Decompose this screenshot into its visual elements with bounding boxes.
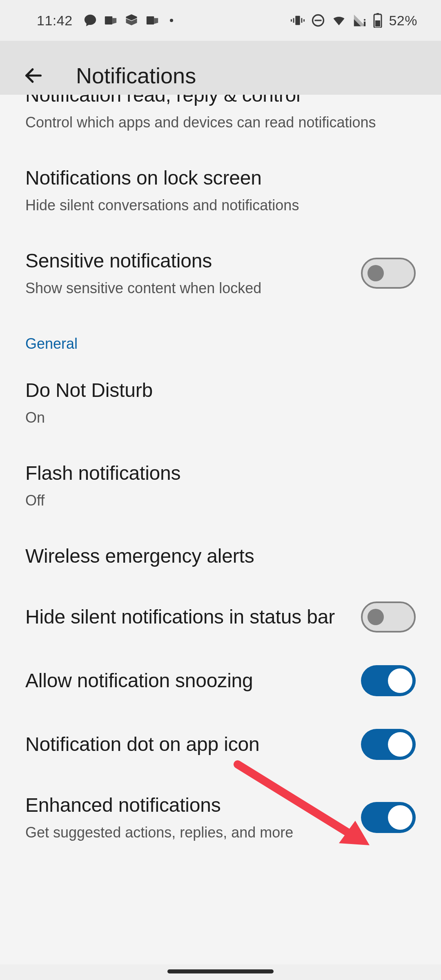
- outlook-icon: [104, 13, 118, 27]
- setting-subtitle: Get suggested actions, replies, and more: [25, 823, 349, 843]
- status-left: 11:42: [37, 13, 173, 29]
- back-button[interactable]: [16, 58, 51, 94]
- setting-do-not-disturb[interactable]: Do Not Disturb On: [0, 361, 441, 444]
- setting-notification-read-reply[interactable]: Notification read, reply & control Contr…: [0, 95, 441, 149]
- setting-title: Allow notification snoozing: [25, 668, 349, 693]
- status-bar: 11:42 52%: [0, 0, 441, 41]
- setting-title: Do Not Disturb: [25, 378, 416, 403]
- svg-rect-1: [146, 16, 154, 24]
- wifi-icon: [332, 13, 346, 28]
- setting-subtitle: Show sensitive content when locked: [25, 278, 349, 298]
- signal-icon: [353, 13, 367, 27]
- box-icon: [124, 13, 139, 28]
- svg-rect-13: [375, 20, 380, 27]
- enhanced-notifications-toggle[interactable]: [361, 802, 416, 833]
- section-header-general: General: [0, 315, 441, 361]
- arrow-back-icon: [23, 65, 44, 86]
- setting-subtitle: Off: [25, 491, 416, 511]
- setting-sensitive-notifications[interactable]: Sensitive notifications Show sensitive c…: [0, 232, 441, 315]
- svg-rect-0: [105, 16, 112, 24]
- hide-silent-toggle[interactable]: [361, 601, 416, 633]
- setting-title: Enhanced notifications: [25, 793, 349, 818]
- setting-subtitle: Hide silent conversations and notificati…: [25, 196, 416, 216]
- setting-title: Notifications on lock screen: [25, 165, 416, 191]
- status-time: 11:42: [37, 13, 73, 29]
- svg-rect-4: [301, 18, 303, 22]
- setting-subtitle: On: [25, 408, 416, 428]
- setting-title: Hide silent notifications in status bar: [25, 604, 349, 630]
- vibrate-icon: [291, 13, 305, 27]
- setting-flash-notifications[interactable]: Flash notifications Off: [0, 444, 441, 527]
- status-right: 52%: [291, 13, 417, 29]
- setting-title: Notification dot on app icon: [25, 732, 349, 757]
- setting-title: Wireless emergency alerts: [25, 543, 416, 569]
- svg-rect-6: [304, 19, 305, 22]
- setting-title: Notification read, reply & control: [25, 95, 301, 108]
- svg-point-10: [364, 19, 365, 20]
- svg-rect-12: [376, 13, 379, 14]
- setting-notification-dot[interactable]: Notification dot on app icon: [0, 713, 441, 776]
- setting-title: Flash notifications: [25, 461, 416, 486]
- svg-rect-9: [364, 22, 365, 26]
- setting-subtitle: Control which apps and devices can read …: [25, 113, 416, 133]
- setting-lock-screen-notifications[interactable]: Notifications on lock screen Hide silent…: [0, 149, 441, 232]
- setting-wireless-emergency-alerts[interactable]: Wireless emergency alerts: [0, 527, 441, 585]
- page-title: Notifications: [76, 63, 196, 88]
- battery-percent: 52%: [389, 13, 417, 29]
- notification-dot-toggle[interactable]: [361, 729, 416, 760]
- setting-hide-silent-status-bar[interactable]: Hide silent notifications in status bar: [0, 585, 441, 649]
- svg-rect-2: [296, 16, 300, 25]
- svg-rect-5: [291, 19, 292, 22]
- setting-title: Sensitive notifications: [25, 248, 349, 274]
- outlook-icon-2: [145, 13, 159, 27]
- sensitive-notifications-toggle[interactable]: [361, 258, 416, 289]
- setting-allow-notification-snoozing[interactable]: Allow notification snoozing: [0, 649, 441, 713]
- setting-enhanced-notifications[interactable]: Enhanced notifications Get suggested act…: [0, 776, 441, 859]
- more-notifications-dot-icon: [170, 19, 173, 22]
- svg-rect-3: [293, 18, 294, 22]
- do-not-disturb-icon: [311, 13, 325, 27]
- allow-snoozing-toggle[interactable]: [361, 665, 416, 696]
- content-scroll[interactable]: Notification read, reply & control Contr…: [0, 95, 441, 964]
- battery-icon: [373, 13, 382, 28]
- speech-bubble-icon: [83, 13, 97, 27]
- gesture-nav-bar[interactable]: [167, 969, 274, 973]
